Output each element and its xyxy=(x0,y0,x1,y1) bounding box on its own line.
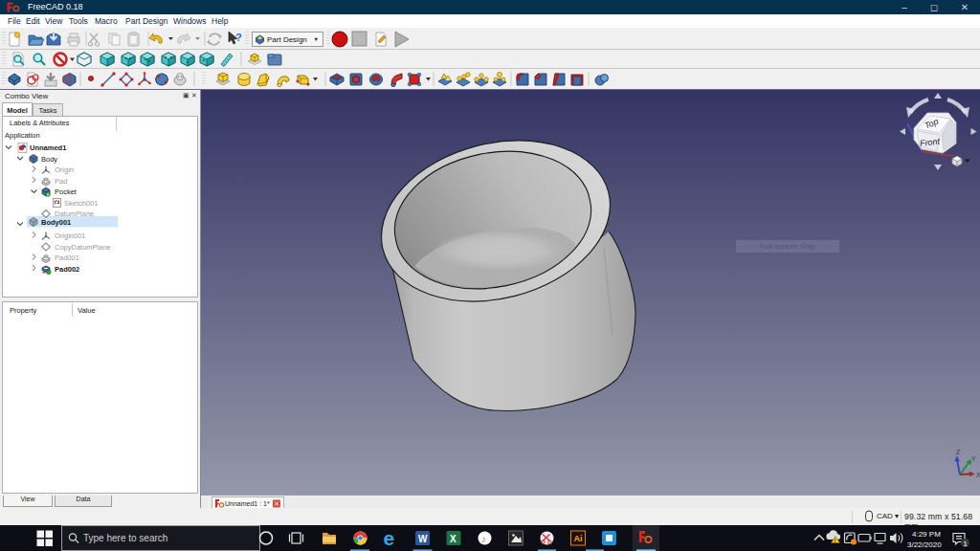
svg-text:CopyDatumPlane: CopyDatumPlane xyxy=(55,243,111,252)
svg-text:DatumPlane: DatumPlane xyxy=(55,209,94,218)
svg-text:Ai: Ai xyxy=(574,534,583,543)
svg-text:Body001: Body001 xyxy=(41,218,71,227)
svg-text:Body: Body xyxy=(41,155,57,164)
svg-text:W: W xyxy=(418,534,428,544)
svg-text:Pocket: Pocket xyxy=(55,187,78,196)
svg-text:♪: ♪ xyxy=(481,534,486,544)
svg-text:Y: Y xyxy=(971,455,976,462)
svg-text:!: ! xyxy=(835,538,836,543)
svg-text:Pad: Pad xyxy=(55,177,67,186)
svg-text:Origin001: Origin001 xyxy=(55,231,86,240)
svg-text:Z: Z xyxy=(956,449,961,455)
svg-text:Pad001: Pad001 xyxy=(55,253,79,262)
svg-text:Application: Application xyxy=(5,131,40,140)
svg-text:3/22/2020: 3/22/2020 xyxy=(907,540,942,549)
svg-text:4:29 PM: 4:29 PM xyxy=(912,530,941,539)
svg-text:X: X xyxy=(450,534,457,544)
svg-text:X: X xyxy=(976,472,980,478)
svg-text:1: 1 xyxy=(964,540,968,548)
svg-text:Sketch001: Sketch001 xyxy=(64,199,98,208)
svg-text:Origin: Origin xyxy=(55,165,74,174)
svg-text:Pad002: Pad002 xyxy=(55,265,79,274)
svg-text:e: e xyxy=(384,527,395,549)
svg-text:?: ? xyxy=(235,32,242,43)
svg-text:Unnamed1: Unnamed1 xyxy=(30,143,66,152)
